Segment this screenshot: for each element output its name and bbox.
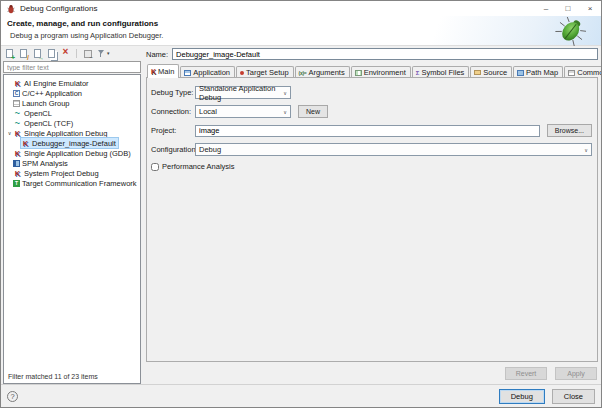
filter-button[interactable]: ▾ (96, 48, 110, 59)
debug-type-label: Debug Type: (151, 88, 195, 97)
configuration-editor: Name: MainApplicationTarget SetupArgumen… (146, 47, 598, 384)
project-input[interactable] (195, 125, 540, 137)
tree-item-system-project-debug[interactable]: System Project Debug (4, 168, 140, 178)
tree-item-ai-engine-emulator[interactable]: AI Engine Emulator (4, 78, 140, 88)
configuration-select[interactable]: Debug ∨ (195, 143, 592, 156)
project-label: Project: (151, 126, 195, 135)
minimize-button[interactable]: – (535, 1, 557, 16)
symbol-files-icon (416, 70, 420, 76)
menu-arrow-icon: ▾ (107, 48, 110, 59)
tree-item-label: Target Communication Framework (22, 179, 137, 188)
configuration-value: Debug (199, 145, 221, 154)
tab-strip: MainApplicationTarget SetupArgumentsEnvi… (146, 63, 598, 78)
tree-item-label: OpenCL (TCF) (24, 119, 73, 128)
tree-item-content: Launch Group (13, 98, 72, 108)
tree-item-label: SPM Analysis (22, 159, 68, 168)
tree-item-single-application-debug-gdb[interactable]: Single Application Debug (GDB) (4, 148, 140, 158)
tree-item-label: Single Application Debug (24, 129, 107, 138)
revert-apply-row: Revert Apply (146, 362, 598, 384)
launch-group-icon (13, 100, 20, 107)
configuration-row: Configuration: Debug ∨ (151, 143, 592, 156)
debug-bug-icon (21, 139, 30, 148)
debug-button[interactable]: Debug (499, 389, 545, 404)
configuration-label: Configuration: (151, 145, 195, 154)
name-input[interactable] (172, 48, 598, 60)
tree-item-content: AI Engine Emulator (13, 78, 91, 88)
tree-item-content: SPM Analysis (13, 158, 70, 168)
tree-item-content: Debugger_image-Default (21, 138, 118, 148)
cpp-app-icon (13, 90, 20, 97)
maximize-button[interactable]: □ (557, 1, 579, 16)
debug-type-select[interactable]: Standalone Application Debug ∨ (195, 86, 291, 99)
tree-item-target-communication-framework[interactable]: Target Communication Framework (4, 178, 140, 188)
tree-item-content: OpenCL (TCF) (13, 118, 75, 128)
debug-configurations-dialog: Debug Configurations – □ × Create, manag… (0, 0, 602, 408)
performance-analysis-checkbox[interactable] (151, 163, 159, 171)
close-button[interactable]: Close (552, 389, 595, 404)
tree-item-label: Launch Group (22, 99, 70, 108)
debug-type-value: Standalone Application Debug (199, 84, 278, 102)
tb-duplicate-icon (46, 48, 57, 59)
tree-item-single-application-debug[interactable]: ∨Single Application Debug (4, 128, 140, 138)
tree-item-debugger-image-default[interactable]: Debugger_image-Default (4, 138, 140, 148)
chevron-down-icon: ∨ (278, 90, 287, 96)
tab-label: Application (193, 68, 230, 77)
tree-item-content: OpenCL (13, 108, 54, 118)
project-row: Project: Browse... (151, 124, 592, 137)
header-banner: Create, manage, and run configurations D… (1, 16, 601, 46)
tb-new-config-icon (4, 48, 15, 59)
name-label: Name: (146, 50, 168, 59)
tb-delete-icon (60, 48, 71, 59)
new-connection-button[interactable]: New (298, 105, 328, 118)
apply-button[interactable]: Apply (555, 367, 597, 380)
duplicate-button[interactable] (46, 48, 57, 59)
title-bar: Debug Configurations – □ × (1, 1, 601, 16)
tree-item-content: C/C++ Application (13, 88, 84, 98)
tab-main[interactable]: Main (147, 64, 179, 78)
debug-bug-logo-icon (550, 17, 588, 46)
performance-analysis-row: Performance Analysis (151, 162, 592, 171)
tree-item-opencl[interactable]: OpenCL (4, 108, 140, 118)
revert-button[interactable]: Revert (505, 367, 547, 380)
tree-item-c-c-application[interactable]: C/C++ Application (4, 88, 140, 98)
browse-button[interactable]: Browse... (547, 124, 592, 137)
filter-input[interactable] (3, 61, 141, 73)
debug-bug-icon (6, 4, 16, 14)
page-title: Create, manage, and run configurations (7, 19, 595, 28)
tab-label: Path Map (526, 68, 558, 77)
collapse-all-button[interactable] (82, 48, 93, 59)
debug-bug-icon (13, 169, 22, 178)
debug-bug-icon (13, 129, 22, 138)
expander-icon[interactable]: ∨ (6, 128, 13, 138)
debug-type-row: Debug Type: Standalone Application Debug… (151, 86, 592, 99)
configurations-sidebar: ▾ AI Engine EmulatorC/C++ ApplicationLau… (3, 47, 141, 384)
performance-analysis-label: Performance Analysis (162, 162, 235, 171)
application-icon (184, 70, 191, 76)
target-setup-icon (240, 71, 244, 75)
tb-export-icon (32, 48, 43, 59)
delete-button[interactable] (60, 48, 71, 59)
main-icon (151, 68, 156, 75)
tree-item-spm-analysis[interactable]: SPM Analysis (4, 158, 140, 168)
tree-item-content: Single Application Debug (13, 128, 109, 138)
tb-collapse-all-icon (82, 48, 93, 59)
help-icon[interactable]: ? (7, 391, 18, 402)
tree-item-content: System Project Debug (13, 168, 101, 178)
sidebar-toolbar: ▾ (3, 47, 141, 59)
connection-select[interactable]: Local ∨ (195, 105, 291, 118)
filter-status-text: Filter matched 11 of 23 items (8, 373, 98, 380)
connection-value: Local (199, 107, 217, 116)
export-configurations-button[interactable] (32, 48, 43, 59)
spm-icon (13, 160, 20, 167)
tab-label: Common (577, 68, 602, 77)
new-configuration-button[interactable] (4, 48, 15, 59)
tree-item-opencl-tcf[interactable]: OpenCL (TCF) (4, 118, 140, 128)
new-prototype-button[interactable] (18, 48, 29, 59)
tab-label: Environment (364, 68, 406, 77)
tree-item-label: Debugger_image-Default (32, 139, 116, 148)
common-icon (568, 70, 575, 76)
dialog-body: ▾ AI Engine EmulatorC/C++ ApplicationLau… (1, 47, 601, 384)
tab-label: Source (483, 68, 507, 77)
close-window-button[interactable]: × (579, 1, 601, 16)
tree-item-launch-group[interactable]: Launch Group (4, 98, 140, 108)
